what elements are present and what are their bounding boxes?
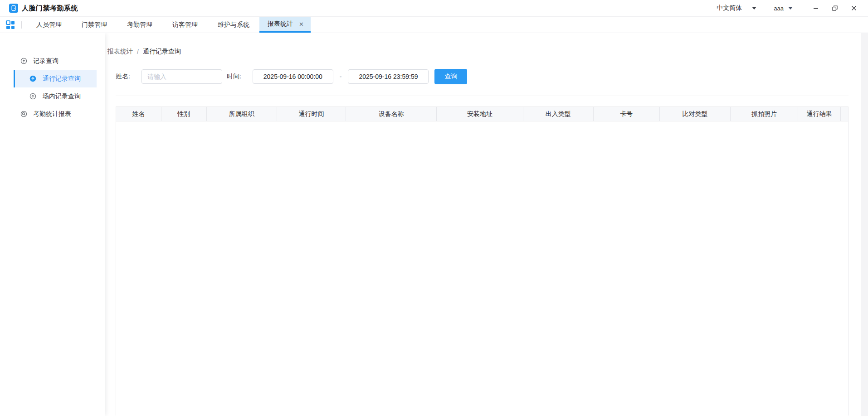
tab-attendance-management[interactable]: 考勤管理 <box>117 17 162 33</box>
username-label: aaa <box>774 5 784 12</box>
sidebar-item-label: 场内记录查询 <box>43 92 81 101</box>
tab-label: 报表统计 <box>268 20 293 28</box>
column-header: 比对类型 <box>660 107 731 121</box>
end-time-input[interactable] <box>348 69 429 84</box>
tab-label: 维护与系统 <box>218 21 249 29</box>
column-header: 卡号 <box>594 107 660 121</box>
name-input[interactable] <box>141 69 222 84</box>
minimize-button[interactable] <box>806 1 825 15</box>
sidebar-item-record-query[interactable]: 记录查询 <box>0 52 105 70</box>
column-header: 姓名 <box>116 107 161 121</box>
column-header: 所属组织 <box>207 107 277 121</box>
column-header: 出入类型 <box>523 107 594 121</box>
language-label: 中文简体 <box>717 4 742 12</box>
table-body <box>116 121 848 416</box>
tab-visitor-management[interactable]: 访客管理 <box>162 17 208 33</box>
sidebar-item-pass-record-query[interactable]: 通行记录查询 <box>14 70 97 87</box>
column-header: 安装地址 <box>437 107 523 121</box>
breadcrumb-separator: / <box>137 48 139 55</box>
tab-maintenance-system[interactable]: 维护与系统 <box>208 17 259 33</box>
tab-label: 访客管理 <box>172 21 198 29</box>
start-time-input[interactable] <box>253 69 333 84</box>
column-header-gutter <box>841 107 848 121</box>
app-logo-icon <box>9 4 18 13</box>
tabbar-divider <box>21 21 22 29</box>
column-header: 通行时间 <box>277 107 346 121</box>
close-icon[interactable]: ✕ <box>299 21 304 27</box>
section-divider <box>116 96 848 96</box>
up-circle-icon <box>29 75 36 82</box>
app-window: 人脸门禁考勤系统 中文简体 aaa <box>0 0 868 416</box>
content-panel: 报表统计 / 通行记录查询 姓名: 时间: - 查询 姓名性别所属组织通行时间设… <box>105 33 868 416</box>
breadcrumb-current: 通行记录查询 <box>143 48 181 56</box>
filter-bar: 姓名: 时间: - 查询 <box>116 68 868 85</box>
sidebar-item-label: 考勤统计报表 <box>33 110 71 118</box>
table-header-row: 姓名性别所属组织通行时间设备名称安装地址出入类型卡号比对类型抓拍照片通行结果 <box>116 107 848 121</box>
tab-label: 门禁管理 <box>82 21 107 29</box>
sidebar-item-attendance-report[interactable]: 考勤统计报表 <box>0 105 105 123</box>
apps-grid-icon[interactable] <box>5 20 15 30</box>
sidebar: 记录查询通行记录查询场内记录查询考勤统计报表 <box>0 33 105 416</box>
tab-label: 人员管理 <box>36 21 62 29</box>
tab-report-statistics[interactable]: 报表统计✕ <box>259 17 311 33</box>
name-label: 姓名: <box>116 73 130 81</box>
app-title: 人脸门禁考勤系统 <box>22 4 78 13</box>
breadcrumb-parent[interactable]: 报表统计 <box>107 48 133 56</box>
breadcrumb: 报表统计 / 通行记录查询 <box>107 48 868 56</box>
chevron-down-icon <box>788 7 793 10</box>
scrollbar[interactable] <box>861 33 868 416</box>
sidebar-item-label: 通行记录查询 <box>43 75 81 83</box>
restore-button[interactable] <box>825 1 844 15</box>
column-header: 设备名称 <box>346 107 437 121</box>
sidebar-item-onsite-record-query[interactable]: 场内记录查询 <box>0 87 105 105</box>
tab-access-control-management[interactable]: 门禁管理 <box>72 17 117 33</box>
language-selector[interactable]: 中文简体 <box>717 4 756 12</box>
up-circle-icon <box>29 93 36 100</box>
close-button[interactable] <box>844 1 863 15</box>
column-header: 抓拍照片 <box>731 107 798 121</box>
records-table: 姓名性别所属组织通行时间设备名称安装地址出入类型卡号比对类型抓拍照片通行结果 <box>116 106 848 416</box>
up-circle-icon <box>20 58 27 64</box>
tab-list: 人员管理门禁管理考勤管理访客管理维护与系统报表统计✕ <box>26 17 311 33</box>
time-label: 时间: <box>227 73 241 81</box>
titlebar-controls: 中文简体 aaa <box>717 1 863 15</box>
titlebar: 人脸门禁考勤系统 中文简体 aaa <box>0 0 868 17</box>
column-header: 性别 <box>161 107 207 121</box>
module-tabbar: 人员管理门禁管理考勤管理访客管理维护与系统报表统计✕ <box>0 17 868 33</box>
column-header: 通行结果 <box>798 107 841 121</box>
search-button[interactable]: 查询 <box>434 69 467 84</box>
tab-personnel-management[interactable]: 人员管理 <box>26 17 72 33</box>
report-icon <box>20 111 27 117</box>
tab-label: 考勤管理 <box>127 21 152 29</box>
user-menu[interactable]: aaa <box>774 5 793 12</box>
time-range-separator: - <box>340 73 342 80</box>
main-area: 记录查询通行记录查询场内记录查询考勤统计报表 报表统计 / 通行记录查询 姓名:… <box>0 33 868 416</box>
sidebar-item-label: 记录查询 <box>33 57 59 65</box>
chevron-down-icon <box>752 7 756 10</box>
